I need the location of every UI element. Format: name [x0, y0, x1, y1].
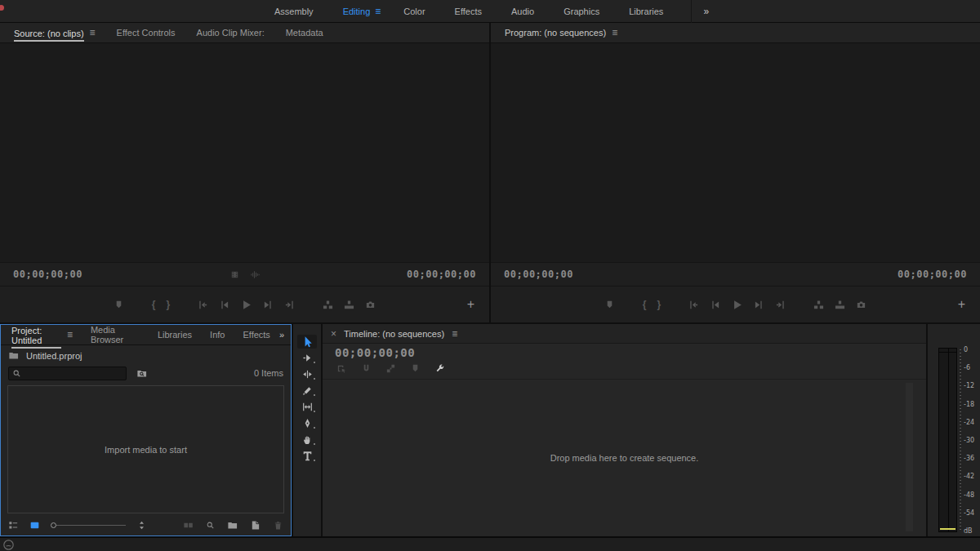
step-forward-icon[interactable]: [263, 300, 274, 310]
workspace-tab-effects[interactable]: Effects: [440, 0, 497, 22]
add-marker-icon[interactable]: [604, 300, 615, 310]
pen-tool[interactable]: [297, 416, 317, 430]
snap-icon[interactable]: [361, 363, 372, 374]
play-icon[interactable]: [731, 299, 743, 311]
workspace-tab-editing[interactable]: Editing: [328, 0, 376, 22]
export-frame-icon[interactable]: [365, 300, 376, 310]
program-timecode-strip: 00;00;00;00 00;00;00;00: [491, 262, 980, 286]
button-editor-icon[interactable]: +: [467, 297, 474, 312]
extract-icon[interactable]: [835, 300, 845, 310]
program-panel-menu-icon[interactable]: ≡: [612, 27, 617, 38]
meter-level-line: [940, 528, 956, 530]
type-tool[interactable]: [297, 449, 317, 463]
tab-info[interactable]: Info: [201, 325, 234, 344]
workspace-tab-libraries[interactable]: Libraries: [614, 0, 678, 22]
project-panel-menu-icon[interactable]: ≡: [67, 329, 73, 340]
search-input[interactable]: [21, 368, 119, 378]
go-to-in-icon[interactable]: [688, 300, 699, 310]
tab-metadata[interactable]: Metadata: [275, 23, 334, 42]
window-close-control[interactable]: [0, 5, 4, 11]
overwrite-icon[interactable]: [344, 300, 354, 310]
add-marker-icon[interactable]: [114, 300, 124, 310]
meter-label: dB: [964, 527, 974, 535]
project-folder-icon: [8, 350, 19, 361]
mark-out-icon[interactable]: }: [167, 299, 171, 310]
track-select-forward-tool[interactable]: [297, 351, 317, 365]
timeline-panel: × Timeline: (no sequences) ≡ 00;00;00;00…: [323, 324, 926, 536]
timeline-scrollbar[interactable]: [906, 383, 913, 531]
find-icon[interactable]: [206, 521, 215, 530]
create-search-bin-icon[interactable]: [136, 368, 147, 379]
ripple-edit-tool[interactable]: [297, 367, 317, 381]
tab-effect-controls[interactable]: Effect Controls: [106, 23, 186, 42]
slider-track: [56, 525, 126, 526]
step-back-icon[interactable]: [219, 300, 229, 310]
project-file-row[interactable]: Untitled.prproj: [1, 347, 291, 364]
razor-tool[interactable]: [297, 384, 317, 398]
workspace-overflow-chevron[interactable]: »: [692, 6, 720, 17]
status-bar: [0, 536, 980, 551]
new-item-icon[interactable]: [250, 520, 261, 531]
audio-meter-bars[interactable]: [938, 348, 957, 532]
drag-audio-icon[interactable]: [250, 269, 261, 280]
go-to-in-icon[interactable]: [198, 300, 208, 310]
button-editor-icon[interactable]: +: [958, 297, 965, 312]
step-forward-icon[interactable]: [754, 300, 764, 310]
drag-video-icon[interactable]: [229, 269, 240, 280]
new-bin-icon[interactable]: [227, 520, 238, 531]
timeline-close-icon[interactable]: ×: [331, 328, 336, 340]
tab-audio-clip-mixer[interactable]: Audio Clip Mixer:: [186, 23, 275, 42]
tab-effects[interactable]: Effects: [234, 325, 278, 344]
timeline-panel-menu-icon[interactable]: ≡: [452, 328, 457, 340]
project-tabs-overflow-chevron[interactable]: »: [279, 330, 291, 340]
workspace-menu-icon[interactable]: ≡: [375, 6, 389, 17]
program-monitor-panel: Program: (no sequences) ≡ 00;00;00;00 00…: [489, 23, 980, 322]
lift-icon[interactable]: [813, 300, 824, 310]
tab-source[interactable]: Source: (no clips) ≡: [3, 23, 106, 42]
slip-tool[interactable]: [297, 400, 317, 414]
step-back-icon[interactable]: [710, 300, 720, 310]
audio-meters-panel: 0 -6 -12 -18 -24 -30 -36 -42 -48 -54 dB: [926, 324, 980, 536]
go-to-out-icon[interactable]: [284, 300, 295, 310]
workspace-tab-assembly[interactable]: Assembly: [260, 0, 328, 22]
tab-media-browser[interactable]: Media Browser: [82, 325, 149, 344]
sort-icons-icon[interactable]: [136, 520, 147, 531]
mark-in-icon[interactable]: {: [643, 299, 647, 310]
export-frame-icon[interactable]: [856, 300, 866, 310]
icon-view-icon[interactable]: [29, 520, 40, 531]
thumbnail-zoom-slider[interactable]: [51, 522, 126, 528]
slider-knob[interactable]: [51, 522, 56, 528]
mark-in-icon[interactable]: {: [152, 299, 156, 310]
project-media-area[interactable]: Import media to start: [7, 385, 284, 513]
nest-toggle-icon[interactable]: [336, 363, 347, 374]
mark-out-icon[interactable]: }: [657, 299, 662, 310]
linked-selection-icon[interactable]: [385, 363, 396, 374]
import-media-hint[interactable]: Import media to start: [105, 445, 187, 455]
workspace-tab-color[interactable]: Color: [389, 0, 439, 22]
timeline-toolbar: [335, 359, 926, 379]
project-search-row: 0 Items: [1, 364, 291, 382]
meter-label: -18: [964, 401, 974, 408]
automate-to-sequence-icon[interactable]: [183, 520, 194, 531]
meter-label: 0: [964, 346, 974, 353]
selection-tool[interactable]: [297, 335, 317, 349]
timeline-drop-area[interactable]: Drop media here to create sequence.: [323, 379, 926, 536]
go-to-out-icon[interactable]: [775, 300, 786, 310]
timeline-display-settings-icon[interactable]: [434, 363, 445, 374]
insert-icon[interactable]: [323, 300, 333, 310]
workspace-tab-audio[interactable]: Audio: [497, 0, 549, 22]
clear-icon[interactable]: [273, 520, 283, 531]
add-marker-icon[interactable]: [410, 363, 421, 374]
list-view-icon[interactable]: [8, 520, 19, 531]
program-viewer: [491, 43, 980, 262]
tab-program[interactable]: Program: (no sequences) ≡: [494, 23, 628, 42]
tab-timeline[interactable]: Timeline: (no sequences): [344, 329, 444, 339]
tab-project[interactable]: Project: Untitled ≡: [2, 325, 82, 344]
workspace-tab-graphics[interactable]: Graphics: [549, 0, 614, 22]
tab-libraries[interactable]: Libraries: [149, 325, 201, 344]
play-icon[interactable]: [240, 299, 252, 311]
search-input-wrapper[interactable]: [8, 367, 127, 380]
creative-cloud-sync-icon[interactable]: [2, 539, 15, 551]
hand-tool[interactable]: [297, 433, 317, 447]
source-panel-menu-icon[interactable]: ≡: [90, 27, 96, 38]
